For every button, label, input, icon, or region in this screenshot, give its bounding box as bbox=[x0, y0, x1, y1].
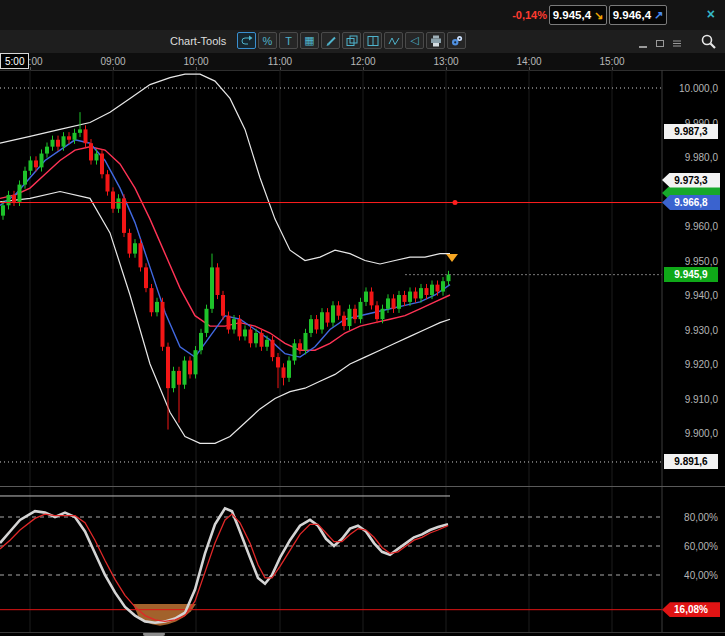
percent-axis-label: 60,00% bbox=[666, 541, 718, 552]
sell-price: 9.945,4 bbox=[553, 9, 591, 21]
panel-resize-handle[interactable] bbox=[0, 486, 725, 487]
settings-button[interactable] bbox=[447, 32, 466, 49]
print-button[interactable] bbox=[426, 32, 445, 49]
sell-arrow-icon: ↘ bbox=[594, 9, 603, 22]
price-axis-label: 9.980,0 bbox=[666, 152, 718, 163]
collapse-button-glyph: ◁ bbox=[410, 34, 418, 47]
change-percent: -0,14% bbox=[512, 9, 547, 21]
time-label: 10:00 bbox=[183, 56, 208, 67]
price-axis-label: 9.910,0 bbox=[666, 394, 718, 405]
window-icons bbox=[637, 35, 683, 53]
day-low-tag: 9.891,6 bbox=[664, 454, 718, 469]
price-axis-label: 9.950,0 bbox=[666, 256, 718, 267]
menu-icon[interactable] bbox=[671, 35, 683, 53]
compare-button[interactable] bbox=[342, 32, 361, 49]
indicative-price-tag: 9.973,3 bbox=[662, 173, 720, 188]
price-axis-label: 10.000,0 bbox=[666, 83, 718, 94]
time-label: 12:00 bbox=[350, 56, 375, 67]
price-axis-label: 9.900,0 bbox=[666, 428, 718, 439]
split-panel-button[interactable] bbox=[363, 32, 382, 49]
buy-price: 9.946,4 bbox=[613, 9, 651, 21]
buy-quote-button[interactable]: 9.946,4 ↗ bbox=[609, 5, 667, 25]
price-chart[interactable] bbox=[0, 70, 725, 491]
minimize-icon[interactable] bbox=[637, 35, 649, 53]
time-label: 15:00 bbox=[599, 56, 624, 67]
oscillator-panel[interactable] bbox=[0, 487, 725, 636]
price-axis-label: 9.930,0 bbox=[666, 325, 718, 336]
close-icon[interactable]: × bbox=[707, 6, 715, 22]
grid-button-glyph: ▦ bbox=[304, 34, 314, 47]
oscillator-value-tag: 16,08% bbox=[662, 602, 720, 617]
price-axis-label: 9.940,0 bbox=[666, 290, 718, 301]
text-tool-button-glyph: T bbox=[285, 35, 292, 47]
draw-button[interactable] bbox=[321, 32, 340, 49]
chart-toolbar: Chart-Tools %T▦◁ bbox=[0, 30, 725, 54]
last-price-tag: 9.945,9 bbox=[664, 267, 718, 282]
trading-chart-window: -0,14% 9.945,4 ↘ 9.946,4 ↗ × Chart-Tools… bbox=[0, 0, 725, 636]
time-label: 11:00 bbox=[268, 56, 292, 67]
time-label: 14:00 bbox=[516, 56, 541, 67]
percent-axis-label: 80,00% bbox=[666, 512, 718, 523]
quote-topbar: -0,14% 9.945,4 ↘ 9.946,4 ↗ × bbox=[0, 0, 725, 31]
price-axis-label: 9.920,0 bbox=[666, 359, 718, 370]
chart-tools-buttons: %T▦◁ bbox=[237, 32, 466, 49]
current-price-tag: 9.966,8 bbox=[662, 195, 720, 210]
grid-button[interactable]: ▦ bbox=[300, 32, 319, 49]
buy-arrow-icon: ↗ bbox=[654, 9, 663, 22]
collapse-button[interactable]: ◁ bbox=[405, 32, 424, 49]
percent-axis-label: 40,00% bbox=[666, 570, 718, 581]
sell-quote-button[interactable]: 9.945,4 ↘ bbox=[549, 5, 607, 25]
back-button[interactable] bbox=[237, 32, 256, 49]
crosshair-time-label: 5:00 bbox=[0, 53, 29, 69]
percent-scale-button-glyph: % bbox=[263, 35, 273, 47]
restore-icon[interactable] bbox=[654, 35, 666, 53]
time-label: 09:00 bbox=[100, 56, 125, 67]
bottom-divider bbox=[0, 632, 725, 633]
time-axis: 5:00 08:0009:0010:0011:0012:0013:0014:00… bbox=[0, 53, 725, 71]
text-tool-button[interactable]: T bbox=[279, 32, 298, 49]
price-axis-label: 9.960,0 bbox=[666, 221, 718, 232]
indicator-button[interactable] bbox=[384, 32, 403, 49]
day-high-tag: 9.987,3 bbox=[664, 124, 718, 139]
percent-scale-button[interactable]: % bbox=[258, 32, 277, 49]
zoom-icon[interactable] bbox=[700, 33, 717, 54]
chart-tools-label: Chart-Tools bbox=[170, 35, 226, 47]
time-label: 13:00 bbox=[433, 56, 458, 67]
